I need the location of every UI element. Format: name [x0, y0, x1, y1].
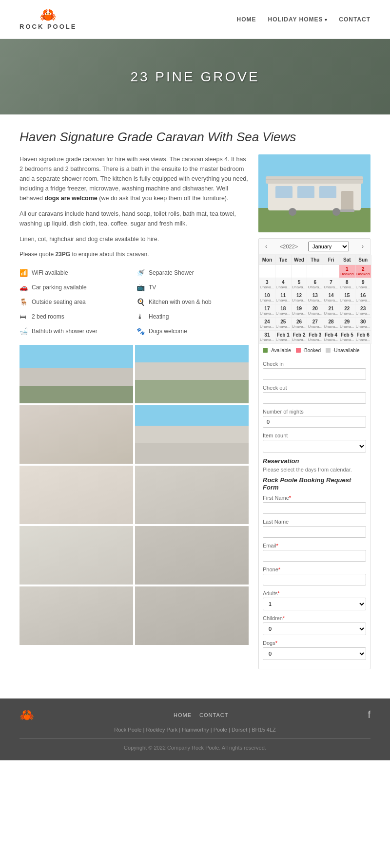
available-dot	[263, 348, 268, 353]
gallery-img-1[interactable]	[20, 345, 133, 403]
available-label: -Available	[270, 348, 291, 353]
amenity-heating: 🌡 Heating	[136, 311, 249, 322]
right-column: ‹ <2022> January February March April Ma…	[258, 154, 370, 669]
item-count-select[interactable]	[263, 440, 366, 453]
cal-cell-r0-c0[interactable]	[259, 264, 275, 278]
nav-home[interactable]: HOME	[237, 16, 256, 23]
cal-cell-r2-c1[interactable]: 11Unava...	[275, 291, 291, 304]
nav-holiday-homes[interactable]: HOLIDAY HOMES	[268, 16, 328, 23]
cal-cell-r2-c5[interactable]: 15Unava...	[339, 291, 355, 304]
gallery-img-5[interactable]	[20, 466, 133, 524]
description-1: Haven signature grade caravan for hire w…	[20, 154, 249, 203]
cal-cell-r4-c2[interactable]: 26Unava...	[291, 317, 307, 330]
cal-cell-r5-c1[interactable]: Feb 1Unava...	[275, 330, 291, 343]
cal-cell-r5-c3[interactable]: Feb 3Unava...	[307, 330, 323, 343]
content-grid: Haven signature grade caravan for hire w…	[20, 154, 370, 669]
cal-cell-r0-c1[interactable]	[275, 264, 291, 278]
cal-next-button[interactable]: ›	[359, 242, 366, 251]
cal-cell-r0-c2[interactable]	[291, 264, 307, 278]
footer-nav-home[interactable]: HOME	[174, 712, 192, 718]
cal-cell-r2-c6[interactable]: 16Unava...	[355, 291, 371, 304]
cal-cell-r3-c3[interactable]: 20Unava...	[307, 304, 323, 317]
amenity-bedrooms: 🛏 2 bed rooms	[20, 311, 132, 322]
cal-cell-r4-c1[interactable]: 25Unava...	[275, 317, 291, 330]
cal-cell-r2-c0[interactable]: 10Unava...	[259, 291, 275, 304]
gallery-img-4[interactable]	[135, 405, 249, 464]
site-header: 🦀 ROCK POOLE HOME HOLIDAY HOMES CONTACT	[0, 0, 390, 39]
amenity-parking-label: Car parking available	[32, 284, 87, 291]
cal-cell-r3-c6[interactable]: 23Unava...	[355, 304, 371, 317]
nights-label: Number of nights	[263, 409, 366, 415]
cal-cell-r3-c0[interactable]: 17Unava...	[259, 304, 275, 317]
cal-cell-r4-c0[interactable]: 24Unava...	[259, 317, 275, 330]
cal-cell-r5-c5[interactable]: Feb 5Unava...	[339, 330, 355, 343]
cal-cell-r1-c2[interactable]: 5Unava...	[291, 278, 307, 291]
cal-cell-r1-c3[interactable]: 6Unava...	[307, 278, 323, 291]
amenity-tv-label: TV	[149, 284, 156, 291]
gallery-img-7[interactable]	[20, 526, 133, 585]
cal-cell-r4-c4[interactable]: 28Unava...	[323, 317, 339, 330]
cal-cell-r2-c3[interactable]: 13Unava...	[307, 291, 323, 304]
cal-cell-r0-c5[interactable]: 1Booked	[339, 264, 355, 278]
last-name-input[interactable]	[263, 526, 366, 538]
cal-cell-r2-c4[interactable]: 14Unava...	[323, 291, 339, 304]
checkout-input[interactable]	[263, 392, 366, 404]
cal-cell-r4-c3[interactable]: 27Unava...	[307, 317, 323, 330]
cal-cell-r3-c1[interactable]: 18Unava...	[275, 304, 291, 317]
adults-select[interactable]: 1 2 3 4	[263, 598, 366, 610]
cal-cell-r1-c6[interactable]: 9Unava...	[355, 278, 371, 291]
gallery-img-3[interactable]	[20, 405, 133, 464]
tv-icon: 📺	[136, 283, 145, 291]
cal-cell-r0-c6[interactable]: 2Booked	[355, 264, 371, 278]
cal-cell-r0-c3[interactable]	[307, 264, 323, 278]
booked-dot	[296, 348, 301, 353]
property-title: Haven Signature Grade Caravan With Sea V…	[20, 129, 370, 146]
cal-day-sun: Sun	[355, 255, 371, 264]
gallery-img-2[interactable]	[135, 345, 249, 403]
cal-cell-r5-c2[interactable]: Feb 2Unava...	[291, 330, 307, 343]
nav-contact[interactable]: CONTACT	[339, 16, 370, 23]
cal-prev-button[interactable]: ‹	[263, 242, 270, 251]
cal-cell-r1-c1[interactable]: 4Unava...	[275, 278, 291, 291]
cal-cell-r1-c0[interactable]: 3Unava...	[259, 278, 275, 291]
cal-cell-r5-c4[interactable]: Feb 4Unava...	[323, 330, 339, 343]
cal-month-select[interactable]: January February March April May June Ju…	[308, 242, 349, 251]
footer-nav-contact[interactable]: CONTACT	[199, 712, 228, 718]
gallery-img-9[interactable]	[20, 586, 133, 645]
cal-cell-r1-c5[interactable]: 8Unava...	[339, 278, 355, 291]
cal-cell-r0-c4[interactable]	[323, 264, 339, 278]
gallery-img-8[interactable]	[135, 526, 249, 585]
shower-icon: 🚿	[136, 269, 145, 277]
footer-address: Rock Poole | Rockley Park | Hamworthy | …	[20, 727, 370, 733]
email-required: *	[276, 543, 278, 548]
logo[interactable]: 🦀 ROCK POOLE	[20, 8, 77, 30]
checkout-label: Check out	[263, 385, 366, 391]
children-required: *	[283, 615, 285, 621]
cal-cell-r1-c4[interactable]: 7Unava...	[323, 278, 339, 291]
cal-cell-r3-c5[interactable]: 22Unava...	[339, 304, 355, 317]
dogs-select[interactable]: 0 1 2	[263, 647, 366, 660]
main-property-image	[258, 154, 370, 232]
gallery-img-6[interactable]	[135, 466, 249, 524]
cal-cell-r3-c2[interactable]: 19Unava...	[291, 304, 307, 317]
email-input[interactable]	[263, 550, 366, 562]
children-select[interactable]: 0 1 2	[263, 623, 366, 635]
bed-icon: 🛏	[20, 313, 28, 321]
adults-required: *	[278, 590, 280, 596]
gallery-img-10[interactable]	[135, 586, 249, 645]
cal-day-sat: Sat	[339, 255, 355, 264]
first-name-required: *	[289, 495, 291, 501]
phone-input[interactable]	[263, 574, 366, 585]
cal-cell-r3-c4[interactable]: 21Unava...	[323, 304, 339, 317]
first-name-input[interactable]	[263, 502, 366, 514]
cal-cell-r5-c6[interactable]: Feb 6Unava...	[355, 330, 371, 343]
cal-cell-r5-c0[interactable]: 31Unava...	[259, 330, 275, 343]
cal-cell-r4-c5[interactable]: 29Unava...	[339, 317, 355, 330]
checkin-input[interactable]	[263, 368, 366, 380]
footer-social-facebook[interactable]: f	[368, 709, 370, 720]
svg-rect-8	[340, 209, 354, 212]
cal-cell-r4-c6[interactable]: 30Unava...	[355, 317, 371, 330]
nights-input[interactable]	[263, 416, 366, 428]
svg-rect-9	[266, 179, 363, 180]
cal-cell-r2-c2[interactable]: 12Unava...	[291, 291, 307, 304]
